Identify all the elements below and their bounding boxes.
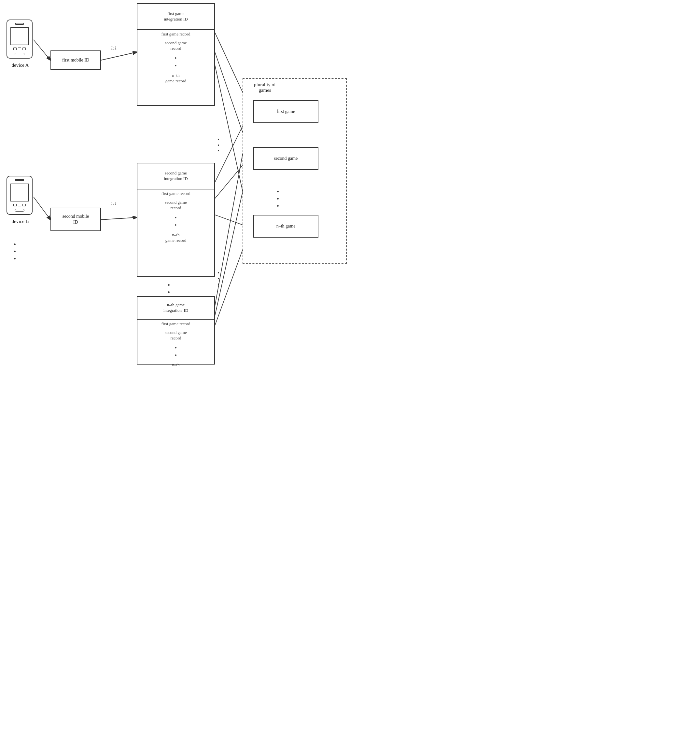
nth-game-label: n–th game xyxy=(276,223,296,229)
device-b xyxy=(6,176,32,215)
phone-buttons-b xyxy=(13,204,26,206)
phone-screen-b xyxy=(10,184,29,201)
phone-btn-a3 xyxy=(22,47,26,50)
second-mobile-id-box: second mobileID xyxy=(50,208,101,231)
dots-record-n: •• xyxy=(137,343,214,361)
phone-bottom-a xyxy=(15,53,24,55)
phone-btn-b1 xyxy=(13,204,17,206)
svg-line-2 xyxy=(34,40,50,60)
second-integration-header: second gameintegration ID xyxy=(137,163,214,190)
second-game-label: second game xyxy=(274,156,298,161)
second-integration-box: second gameintegration ID first game rec… xyxy=(137,163,215,277)
device-dots: ••• xyxy=(14,241,17,262)
phone-btn-a2 xyxy=(18,47,21,50)
phone-btn-b2 xyxy=(18,204,21,206)
first-integration-header: first gameintegration ID xyxy=(137,4,214,30)
first-game-label: first game xyxy=(277,109,295,114)
first-integration-box: first gameintegration ID first game reco… xyxy=(137,3,215,106)
phone-speaker-b xyxy=(15,179,24,181)
first-mobile-id-box: first mobile ID xyxy=(50,50,101,70)
svg-line-4 xyxy=(34,197,50,220)
phone-screen-a xyxy=(10,27,29,45)
second-mobile-id-label: second mobileID xyxy=(63,213,89,225)
ratio-label-a: 1:1 xyxy=(111,46,117,51)
device-a xyxy=(6,19,32,59)
nth-game-box: n–th game xyxy=(253,215,318,238)
first-game-box: first game xyxy=(253,100,318,123)
nth-game-record-1: n–thgame record xyxy=(137,71,214,85)
second-game-record-n: second gamerecord xyxy=(137,328,214,343)
ratio-label-b: 1:1 xyxy=(111,201,117,206)
phone-btn-b3 xyxy=(22,204,26,206)
games-middle-dots: ••• xyxy=(277,188,280,210)
first-game-record-2: first game record xyxy=(137,190,214,198)
phone-speaker-a xyxy=(15,23,24,25)
nth-game-record-n: n–thgame record xyxy=(137,361,214,366)
dots-record-1: •• xyxy=(137,53,214,72)
nth-integration-box: n–th gameintegration ID first game recor… xyxy=(137,296,215,365)
first-mobile-id-label: first mobile ID xyxy=(62,57,89,63)
phone-btn-a1 xyxy=(13,47,17,50)
device-b-label: device B xyxy=(7,219,33,224)
phone-buttons-a xyxy=(13,47,26,50)
arrow-dots-top: ••• xyxy=(218,137,220,154)
arrow-dots-bottom: ••• xyxy=(218,270,220,287)
second-game-record-2: second gamerecord xyxy=(137,198,214,213)
plurality-games-label: plurality ofgames xyxy=(254,82,276,93)
nth-game-record-2: n–thgame record xyxy=(137,231,214,245)
device-a-label: device A xyxy=(7,62,33,68)
dots-record-2: •• xyxy=(137,213,214,231)
svg-line-5 xyxy=(101,218,137,220)
svg-line-3 xyxy=(101,52,137,60)
first-game-record-n: first game record xyxy=(137,320,214,328)
first-game-record-1: first game record xyxy=(137,30,214,39)
phone-bottom-b xyxy=(15,209,24,212)
nth-integration-header: n–th gameintegration ID xyxy=(137,297,214,320)
diagram-container: device A device B first mobile ID second… xyxy=(0,0,350,366)
second-game-record-1: second gamerecord xyxy=(137,39,214,53)
second-game-box: second game xyxy=(253,147,318,170)
